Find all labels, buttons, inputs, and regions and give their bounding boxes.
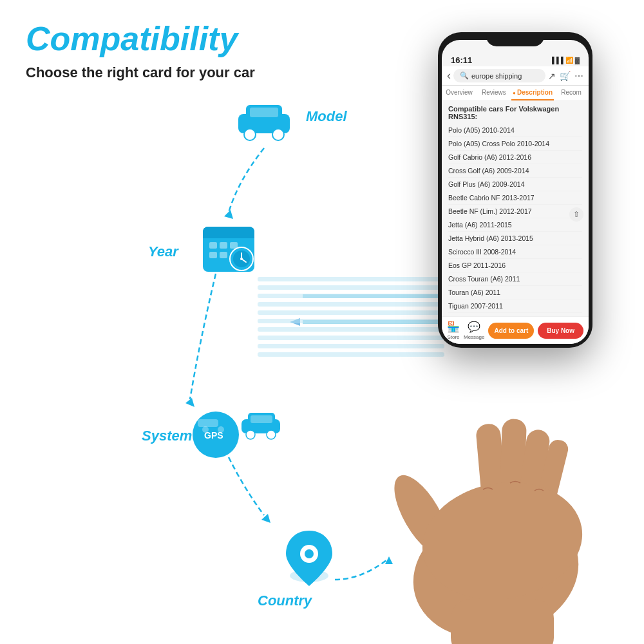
svg-marker-35 — [185, 398, 194, 407]
svg-rect-45 — [251, 415, 272, 423]
tab-description[interactable]: ● Description — [511, 86, 554, 100]
share-icon[interactable]: ↗ — [548, 71, 556, 81]
status-bar: 16:11 ▐▐▐ 📶 ▓ — [442, 52, 589, 66]
svg-rect-11 — [220, 242, 227, 249]
svg-rect-41 — [242, 419, 280, 433]
store-icon: 🏪 — [447, 321, 460, 333]
page-subtitle: Choose the right card for your car — [26, 64, 255, 81]
phone-body: 16:11 ▐▐▐ 📶 ▓ ‹ 🔍 europe shipping ↗ 🛒 ⋯ — [438, 32, 592, 348]
store-label: Store — [447, 334, 459, 340]
svg-point-16 — [233, 251, 250, 267]
phone-mockup: 16:11 ▐▐▐ 📶 ▓ ‹ 🔍 europe shipping ↗ 🛒 ⋯ — [399, 32, 638, 592]
svg-rect-60 — [451, 599, 554, 644]
search-text: europe shipping — [471, 72, 522, 80]
svg-point-2 — [244, 129, 256, 140]
list-item: Golf Plus (A6) 2009-2014 — [448, 178, 582, 191]
nav-bar: ‹ 🔍 europe shipping ↗ 🛒 ⋯ — [442, 66, 589, 86]
cart-icon[interactable]: 🛒 — [560, 71, 571, 81]
list-item: Cross Golf (A6) 2009-2014 — [448, 164, 582, 178]
svg-rect-1 — [246, 105, 282, 118]
list-item: Beetle NF (Lim.) 2012-2017 — [448, 205, 582, 218]
svg-rect-38 — [198, 419, 218, 427]
list-item: Jetta Hybrid (A6) 2013-2015 — [448, 232, 582, 245]
svg-point-39 — [202, 426, 209, 433]
list-item: Scirocco III 2008-2014 — [448, 245, 582, 259]
svg-rect-10 — [209, 242, 217, 249]
status-time: 16:11 — [451, 55, 472, 65]
svg-marker-6 — [224, 210, 233, 219]
svg-point-15 — [230, 247, 253, 270]
list-item: Cross Touran (A6) 2011 — [448, 272, 582, 286]
battery-icon: ▓ — [575, 57, 580, 64]
bottom-action-bar: 🏪 Store 💬 Message Add to cart Buy Now — [442, 316, 589, 344]
list-item: Touran (A6) 2011 — [448, 286, 582, 299]
search-box[interactable]: 🔍 europe shipping — [453, 69, 545, 82]
svg-text:System: System — [142, 428, 192, 444]
svg-text:GPS: GPS — [204, 430, 223, 440]
svg-point-36 — [193, 412, 239, 458]
svg-point-40 — [218, 426, 224, 433]
more-icon[interactable]: ⋯ — [574, 71, 583, 81]
tab-recom[interactable]: Recom — [554, 86, 589, 100]
list-item: Polo (A05) Cross Polo 2010-2014 — [448, 137, 582, 151]
svg-point-48 — [290, 569, 328, 582]
list-item: Eos GP 2011-2016 — [448, 259, 582, 272]
svg-point-49 — [300, 545, 318, 563]
tabs-bar: Overview Reviews ● Description Recom — [442, 86, 589, 101]
tab-reviews[interactable]: Reviews — [477, 86, 511, 100]
back-button[interactable]: ‹ — [447, 69, 451, 82]
svg-rect-14 — [220, 252, 227, 258]
svg-line-18 — [242, 259, 246, 262]
list-item: Golf Cabrio (A6) 2012-2016 — [448, 151, 582, 164]
tab-active-dot: ● — [513, 90, 517, 96]
svg-marker-24 — [290, 318, 300, 326]
store-button[interactable]: 🏪 Store — [447, 321, 460, 340]
car-list: Compatible cars For Volskwagen RNS315: P… — [442, 101, 589, 328]
svg-text:Model: Model — [306, 108, 347, 124]
phone-notch — [486, 32, 544, 46]
svg-rect-4 — [250, 108, 278, 117]
svg-point-3 — [272, 129, 284, 140]
phone-screen: 16:11 ▐▐▐ 📶 ▓ ‹ 🔍 europe shipping ↗ 🛒 ⋯ — [442, 40, 589, 344]
svg-rect-7 — [203, 227, 254, 272]
svg-marker-47 — [261, 514, 270, 523]
car-list-title: Compatible cars For Volskwagen RNS315: — [448, 105, 582, 120]
message-button[interactable]: 💬 Message — [464, 321, 484, 340]
search-icon: 🔍 — [460, 71, 469, 80]
message-icon: 💬 — [468, 321, 480, 333]
svg-point-50 — [305, 549, 314, 558]
message-label: Message — [464, 334, 484, 340]
svg-rect-0 — [238, 114, 290, 133]
svg-rect-9 — [203, 233, 254, 238]
svg-text:Year: Year — [148, 243, 179, 260]
page-title: Compatibility — [26, 19, 238, 58]
svg-point-19 — [240, 258, 243, 260]
svg-rect-13 — [209, 252, 217, 258]
buy-now-button[interactable]: Buy Now — [538, 323, 583, 339]
svg-point-44 — [267, 430, 276, 439]
add-to-cart-button[interactable]: Add to cart — [488, 323, 534, 339]
list-item: Beetle Cabrio NF 2013-2017 — [448, 191, 582, 205]
list-item: Tiguan 2007-2011 — [448, 299, 582, 313]
list-item: Jetta (A6) 2011-2015 — [448, 218, 582, 232]
nav-icons: ↗ 🛒 ⋯ — [548, 71, 583, 81]
tab-overview[interactable]: Overview — [442, 86, 477, 100]
svg-point-43 — [246, 430, 255, 439]
svg-rect-8 — [203, 227, 254, 238]
signal-icon: ▐▐▐ — [549, 57, 563, 64]
list-item: Polo (A05) 2010-2014 — [448, 124, 582, 137]
scroll-up-button[interactable]: ⇧ — [569, 207, 583, 222]
wifi-icon: 📶 — [565, 57, 573, 64]
svg-rect-42 — [248, 413, 275, 423]
svg-rect-12 — [230, 242, 238, 249]
svg-text:Country: Country — [258, 592, 313, 609]
status-icons: ▐▐▐ 📶 ▓ — [549, 57, 580, 64]
